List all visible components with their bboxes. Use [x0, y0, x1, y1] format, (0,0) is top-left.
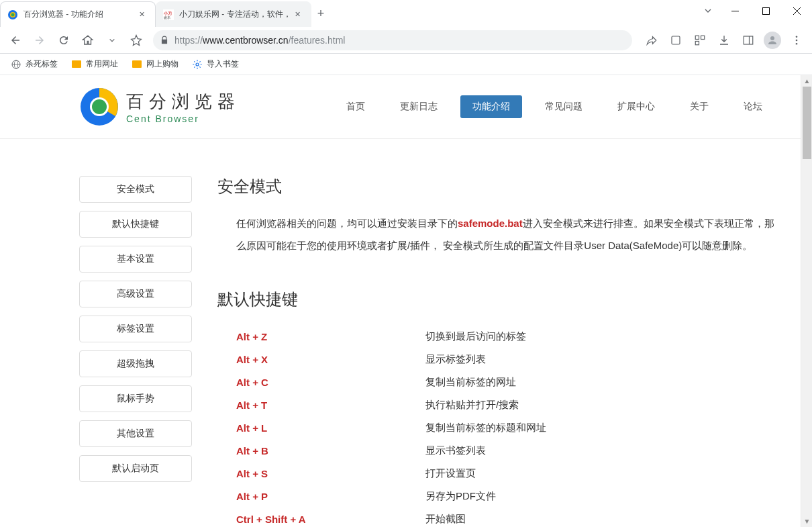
vertical-scrollbar[interactable]: ▲ ▼ — [801, 75, 812, 527]
scroll-down-icon[interactable]: ▼ — [801, 516, 812, 527]
nav-changelog[interactable]: 更新日志 — [388, 95, 450, 118]
home-button[interactable] — [77, 30, 99, 51]
section-title-safemode: 安全模式 — [217, 176, 780, 197]
tab-strip: 百分浏览器 - 功能介绍 ✕ 小刀娱乐 小刀娱乐网 - 专注活动，软件， ✕ + — [0, 0, 812, 27]
main-content: 安全模式 任何浏览器相关的问题，均可以通过安装目录下的safemode.bat进… — [217, 176, 780, 527]
sidebar-item-gesture[interactable]: 鼠标手势 — [79, 385, 192, 412]
svg-rect-14 — [744, 36, 753, 44]
avatar[interactable] — [764, 32, 781, 49]
svg-point-23 — [196, 63, 199, 66]
chevron-down-icon[interactable] — [697, 0, 719, 21]
toolbar: https://www.centbrowser.cn/features.html — [0, 27, 812, 54]
shortcut-desc: 显示书签列表 — [425, 444, 486, 457]
panel-button[interactable] — [737, 30, 760, 51]
qr-button[interactable] — [689, 30, 711, 51]
logo-title-cn: 百分浏览器 — [126, 90, 240, 113]
shortcut-desc: 开始截图 — [425, 513, 466, 526]
shortcut-key: Alt + B — [236, 445, 425, 457]
nav-home[interactable]: 首页 — [334, 95, 377, 118]
svg-point-17 — [796, 36, 798, 38]
xd-favicon: 小刀娱乐 — [163, 9, 174, 20]
shortcut-key: Ctrl + Shift + A — [236, 514, 425, 525]
maximize-button[interactable] — [750, 0, 781, 21]
shortcut-desc: 切换到最后访问的标签 — [425, 330, 526, 343]
nav-faq[interactable]: 常见问题 — [533, 95, 595, 118]
sidebar-item-safemode[interactable]: 安全模式 — [79, 176, 192, 203]
table-row: Alt + Z切换到最后访问的标签 — [236, 325, 780, 348]
svg-text:娱乐: 娱乐 — [164, 15, 170, 19]
nav-about[interactable]: 关于 — [678, 95, 721, 118]
sidebar-item-tabs[interactable]: 标签设置 — [79, 316, 192, 342]
scroll-thumb[interactable] — [803, 87, 811, 159]
shortcut-key: Alt + X — [236, 354, 425, 365]
url-text: https://www.centbrowser.cn/features.html — [174, 35, 345, 46]
shortcut-desc: 复制当前标签的网址 — [425, 376, 516, 389]
cent-favicon — [7, 9, 18, 20]
nav-forum[interactable]: 论坛 — [731, 95, 774, 118]
svg-point-19 — [796, 42, 798, 44]
menu-button[interactable] — [785, 30, 808, 51]
bookmark-item[interactable]: 杀死标签 — [5, 56, 63, 73]
shortcut-key: Alt + Z — [236, 331, 425, 342]
bookmark-item[interactable]: 导入书签 — [187, 56, 244, 73]
star-button[interactable] — [125, 30, 148, 51]
safemode-description: 任何浏览器相关的问题，均可以通过安装目录下的safemode.bat进入安全模式… — [217, 212, 780, 256]
tab-title: 小刀娱乐网 - 专注活动，软件， — [179, 9, 292, 20]
sidebar-item-other[interactable]: 其他设置 — [79, 420, 192, 447]
sidebar: 安全模式 默认快捷键 基本设置 高级设置 标签设置 超级拖拽 鼠标手势 其他设置… — [79, 176, 192, 527]
gear-icon — [192, 59, 203, 70]
nav-features[interactable]: 功能介绍 — [460, 95, 522, 118]
nav-extensions[interactable]: 扩展中心 — [605, 95, 667, 118]
bookmark-folder[interactable]: 网上购物 — [126, 56, 184, 73]
reload-button[interactable] — [52, 30, 75, 51]
sidebar-item-drag[interactable]: 超级拖拽 — [79, 350, 192, 377]
svg-point-26 — [92, 99, 107, 114]
table-row: Alt + L复制当前标签的标题和网址 — [236, 416, 780, 439]
shortcut-desc: 打开设置页 — [425, 467, 476, 480]
sidebar-item-basic[interactable]: 基本设置 — [79, 246, 192, 273]
shortcut-key: Alt + L — [236, 422, 425, 434]
window-controls — [697, 0, 812, 21]
table-row: Alt + T执行粘贴并打开/搜索 — [236, 393, 780, 416]
close-icon[interactable]: ✕ — [136, 9, 147, 20]
svg-rect-7 — [762, 7, 769, 14]
page-header: 百分浏览器 Cent Browser 首页 更新日志 功能介绍 常见问题 扩展中… — [0, 75, 812, 139]
table-row: Ctrl + Shift + A开始截图 — [236, 508, 780, 527]
bookmark-label: 常用网址 — [86, 58, 118, 70]
table-row: Alt + B显示书签列表 — [236, 439, 780, 462]
logo[interactable]: 百分浏览器 Cent Browser — [79, 87, 240, 127]
close-window-button[interactable] — [781, 0, 812, 21]
logo-icon — [79, 87, 119, 127]
forward-button[interactable] — [28, 30, 51, 51]
svg-rect-11 — [695, 36, 699, 39]
globe-icon — [11, 59, 21, 70]
table-row: Alt + P另存为PDF文件 — [236, 485, 780, 508]
shortcut-desc: 执行粘贴并打开/搜索 — [425, 399, 519, 412]
scroll-up-icon[interactable]: ▲ — [801, 75, 812, 87]
back-button[interactable] — [4, 30, 27, 51]
address-bar[interactable]: https://www.centbrowser.cn/features.html — [153, 30, 632, 50]
svg-rect-12 — [701, 36, 705, 39]
minimize-button[interactable] — [719, 0, 750, 21]
download-button[interactable] — [713, 30, 735, 51]
sidebar-item-shortcuts[interactable]: 默认快捷键 — [79, 211, 192, 238]
tab-active[interactable]: 百分浏览器 - 功能介绍 ✕ — [0, 1, 156, 27]
svg-rect-13 — [695, 41, 699, 44]
svg-point-16 — [770, 36, 774, 40]
extensions-button[interactable] — [664, 30, 687, 51]
section-title-shortcuts: 默认快捷键 — [217, 289, 780, 310]
bookmark-folder[interactable]: 常用网址 — [66, 56, 123, 73]
shortcut-desc: 显示标签列表 — [425, 353, 486, 366]
svg-rect-10 — [672, 36, 680, 44]
tab-inactive[interactable]: 小刀娱乐 小刀娱乐网 - 专注活动，软件， ✕ — [156, 1, 311, 27]
shortcut-table: Alt + Z切换到最后访问的标签 Alt + X显示标签列表 Alt + C复… — [217, 325, 780, 527]
share-button[interactable] — [640, 30, 663, 51]
new-tab-button[interactable]: + — [311, 0, 330, 27]
bookmark-label: 网上购物 — [146, 58, 179, 70]
sidebar-item-advanced[interactable]: 高级设置 — [79, 281, 192, 307]
chevron-down-icon[interactable] — [101, 30, 123, 51]
shortcut-desc: 另存为PDF文件 — [425, 490, 496, 503]
close-icon[interactable]: ✕ — [292, 9, 303, 20]
table-row: Alt + C复制当前标签的网址 — [236, 371, 780, 393]
sidebar-item-startup[interactable]: 默认启动页 — [79, 455, 192, 482]
